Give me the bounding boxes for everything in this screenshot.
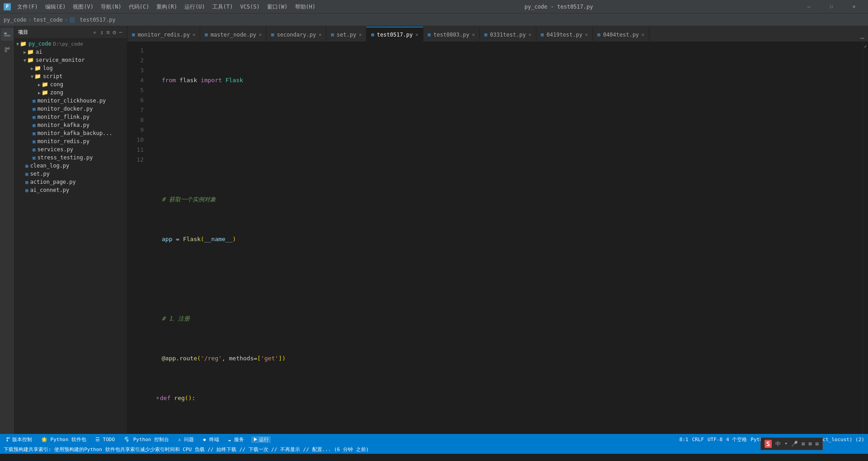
svg-rect-4 [4,33,7,34]
tab-test0803[interactable]: ■ test0803.py ✕ [423,27,480,42]
breadcrumb-folder[interactable]: test_code [33,17,63,23]
folder-script-label: script [43,73,62,79]
status-py-pkg[interactable]: 🌟 Python 软件包 [39,436,88,443]
paren: () [185,393,192,403]
settings-icon[interactable]: ⚙ [112,28,117,37]
bottom-msg-text[interactable]: 下载预构建共享索引: 使用预构建的Python 软件包共享索引减少少索引时间和 … [4,446,369,453]
tab-set[interactable]: ■ set.py ✕ [326,27,366,42]
tab-close-icon[interactable]: ✕ [359,32,361,37]
breadcrumb-root[interactable]: py_code [4,17,27,23]
tree-file-monitor-docker[interactable]: ■ monitor_docker.py [14,105,127,113]
status-run-active[interactable]: 运行 [251,436,271,443]
tab-icon: ■ [132,32,135,37]
tab-close-icon[interactable]: ✕ [319,32,321,37]
tab-secondary[interactable]: ■ secondary.py ✕ [267,27,326,42]
tab-close-icon[interactable]: ✕ [472,32,475,37]
tree-file-monitor-clickhouse[interactable]: ■ monitor_clickhouse.py [14,97,127,105]
menu-vcs[interactable]: VCS(S) [237,0,263,14]
tab-close-icon[interactable]: ✕ [192,32,195,37]
tab-close-icon[interactable]: ✕ [642,32,644,37]
close-sidebar-icon[interactable]: − [118,28,123,37]
py-file-icon: ■ [33,106,36,112]
menu-navigate[interactable]: 导航(N) [97,0,125,14]
status-position[interactable]: 8:1 [680,437,689,442]
status-git[interactable]: 版本控制 [4,436,34,443]
file-monitor-kafka-backup-label: monitor_kafka_backup... [38,130,113,136]
tree-folder-zong[interactable]: ▶ 📁 zong [14,88,127,97]
paren: ( [197,354,201,363]
menu-window[interactable]: 窗口(W) [263,0,291,14]
status-terminal-tab[interactable]: ◆ 终端 [201,436,221,443]
status-py-console[interactable]: 🌎 Python 控制台 [122,436,171,443]
sidebar-toolbar: ＋ ↕ ≡ ⚙ − [91,28,123,37]
tree-root-item[interactable]: ▼ 📁 py_code D:\py_code [14,40,127,48]
tab-label: set.py [337,32,356,38]
menu-view[interactable]: 视图(V) [69,0,97,14]
func-flask: Flask [183,234,201,244]
tab-close-icon[interactable]: ✕ [259,32,262,37]
code-content[interactable]: from flask import Flask [149,46,863,434]
code-editor[interactable]: 1 2 3 4 5 6 7 8 9 10 11 12 [127,42,863,434]
status-charset[interactable]: UTF-8 [708,437,723,442]
menu-help[interactable]: 帮助(H) [291,0,319,14]
menu-file[interactable]: 文件(F) [14,0,42,14]
status-crlf[interactable]: CRLF [692,437,704,442]
paren: ) [282,354,286,363]
tree-folder-cong[interactable]: ▶ 📁 cong [14,80,127,88]
minimize-button[interactable]: — [798,0,819,14]
status-problems[interactable]: ⚠ 问题 [176,436,196,443]
py-file-icon: ■ [33,130,36,136]
tree-folder-ai[interactable]: ▶ 📁 ai [14,48,127,56]
tree-folder-log[interactable]: ▶ 📁 log [14,64,127,72]
status-todo[interactable]: ☰ TODO [94,437,117,442]
tree-file-set[interactable]: ■ set.py [14,170,127,178]
close-button[interactable]: ✕ [844,0,864,14]
tab-close-icon[interactable]: ✕ [529,32,531,37]
more-tabs-icon[interactable]: ⋯ [857,34,868,42]
tab-0404test[interactable]: ■ 0404test.py ✕ [593,27,649,42]
code-line-4: # 获取一个实例对象 [153,195,863,205]
tab-0419test[interactable]: ■ 0419test.py ✕ [536,27,593,42]
menu-code[interactable]: 代码(C) [125,0,153,14]
tab-0331test[interactable]: ■ 0331test.py ✕ [480,27,536,42]
svg-point-8 [5,50,7,52]
maximize-button[interactable]: ☐ [821,0,842,14]
tree-file-services[interactable]: ■ services.py [14,145,127,154]
menu-run[interactable]: 运行(U) [181,0,209,14]
new-file-icon[interactable]: ＋ [91,28,99,37]
status-services[interactable]: ☁ 服务 [226,436,246,443]
tab-test0517[interactable]: ■ test0517.py ✕ [366,27,423,42]
git-icon[interactable] [1,43,14,56]
menu-tools[interactable]: 工具(T) [209,0,237,14]
project-icon[interactable] [1,28,14,41]
tree-file-action-page[interactable]: ■ action_page.py [14,178,127,186]
tree-folder-script[interactable]: ▼ 📁 script [14,72,127,80]
py-file-icon: ■ [33,147,36,153]
tab-close-icon[interactable]: ✕ [585,32,588,37]
tab-label: monitor_redis.py [138,32,190,38]
tree-file-monitor-redis[interactable]: ■ monitor_redis.py [14,137,127,145]
svg-rect-5 [4,35,10,37]
tab-master-node[interactable]: ■ master_node.py ✕ [200,27,267,42]
menu-refactor[interactable]: 重构(R) [153,0,181,14]
tree-folder-service-monitor[interactable]: ▼ 📁 service_monitor [14,56,127,64]
tree-file-monitor-kafka[interactable]: ■ monitor_kafka.py [14,121,127,129]
folder-icon: 📁 [34,65,41,71]
collapse-all-icon[interactable]: ≡ [106,28,111,37]
tree-file-monitor-kafka-backup[interactable]: ■ monitor_kafka_backup... [14,129,127,137]
menu-edit[interactable]: 编辑(E) [42,0,70,14]
string-route: '/reg' [201,354,222,363]
fold-arrow[interactable]: ▼ [156,393,159,403]
code-line-3 [153,155,863,165]
status-indent[interactable]: 4 个空格 [726,436,747,443]
tree-file-stress-testing[interactable]: ■ stress_testing.py [14,154,127,162]
tree-file-clean-log[interactable]: ■ clean_log.py [14,162,127,170]
expand-all-icon[interactable]: ↕ [99,28,105,37]
tree-file-monitor-flink[interactable]: ■ monitor_flink.py [14,113,127,121]
code-line-7: # 1、注册 [153,314,863,324]
tab-close-icon[interactable]: ✕ [416,32,418,37]
breadcrumb-file[interactable]: test0517.py [70,17,116,23]
tree-file-ai-connet[interactable]: ■ ai_connet.py [14,186,127,194]
tab-monitor-redis[interactable]: ■ monitor_redis.py ✕ [127,27,200,42]
svg-point-6 [5,47,7,49]
